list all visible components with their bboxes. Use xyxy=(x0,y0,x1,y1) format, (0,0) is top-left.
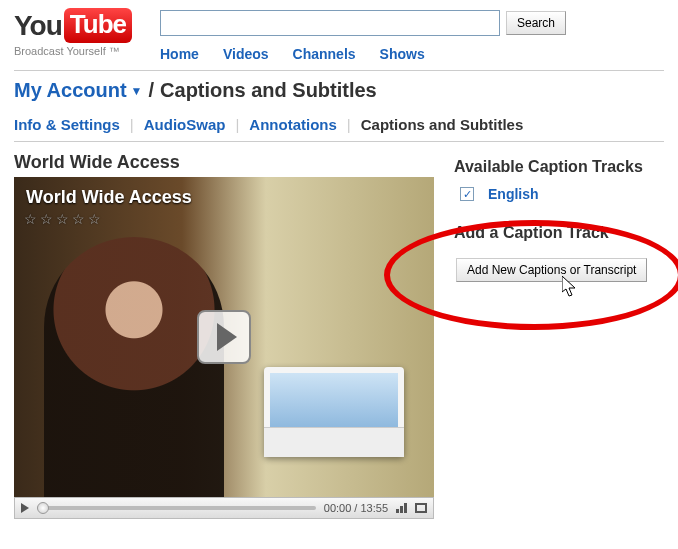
volume-icon[interactable] xyxy=(396,503,407,513)
logo-block: You Tube Broadcast Yourself ™ xyxy=(14,8,132,57)
available-tracks-heading: Available Caption Tracks xyxy=(454,158,664,176)
subnav: Info & Settings | AudioSwap | Annotation… xyxy=(14,116,664,133)
play-icon xyxy=(217,323,237,351)
time-display: 00:00 / 13:55 xyxy=(324,502,388,514)
search-and-nav: Search Home Videos Channels Shows xyxy=(160,8,664,62)
main: World Wide Access World Wide Access ☆ ☆ … xyxy=(14,152,664,519)
tab-captions: Captions and Subtitles xyxy=(351,116,534,133)
star-icon[interactable]: ☆ xyxy=(56,211,72,227)
search-input[interactable] xyxy=(160,10,500,36)
star-icon[interactable]: ☆ xyxy=(88,211,104,227)
add-captions-button[interactable]: Add New Captions or Transcript xyxy=(456,258,647,282)
tab-annotations[interactable]: Annotations xyxy=(239,116,347,133)
left-column: World Wide Access World Wide Access ☆ ☆ … xyxy=(14,152,434,519)
page-title: Captions and Subtitles xyxy=(160,79,377,102)
add-track-heading: Add a Caption Track xyxy=(454,224,664,242)
seek-track[interactable] xyxy=(37,506,316,510)
my-account-label: My Account xyxy=(14,79,127,102)
search-row: Search xyxy=(160,10,664,36)
nav-channels[interactable]: Channels xyxy=(293,46,356,62)
rating-stars[interactable]: ☆ ☆ ☆ ☆ ☆ xyxy=(24,211,104,227)
track-checkbox[interactable]: ✓ xyxy=(460,187,474,201)
breadcrumb: My Account ▼ / Captions and Subtitles xyxy=(14,79,664,102)
fullscreen-icon[interactable] xyxy=(415,503,427,513)
search-button[interactable]: Search xyxy=(506,11,566,35)
caption-track-row: ✓ English xyxy=(454,186,664,202)
youtube-logo[interactable]: You Tube xyxy=(14,8,132,43)
current-time: 00:00 xyxy=(324,502,352,514)
divider xyxy=(14,70,664,71)
video-title: World Wide Access xyxy=(14,152,434,173)
play-button[interactable] xyxy=(197,310,251,364)
track-language-link[interactable]: English xyxy=(488,186,539,202)
nav-home[interactable]: Home xyxy=(160,46,199,62)
primary-nav: Home Videos Channels Shows xyxy=(160,46,664,62)
laptop-graphic xyxy=(264,367,404,457)
star-icon[interactable]: ☆ xyxy=(24,211,40,227)
tab-info-settings[interactable]: Info & Settings xyxy=(14,116,130,133)
chevron-down-icon: ▼ xyxy=(131,84,143,98)
overlay-title: World Wide Access xyxy=(26,187,192,208)
logo-tube: Tube xyxy=(64,8,132,43)
logo-tagline: Broadcast Yourself ™ xyxy=(14,45,132,57)
star-icon[interactable]: ☆ xyxy=(40,211,56,227)
video-player[interactable]: World Wide Access ☆ ☆ ☆ ☆ ☆ xyxy=(14,177,434,497)
player-controls: 00:00 / 13:55 xyxy=(14,497,434,519)
divider xyxy=(14,141,664,142)
right-column: Available Caption Tracks ✓ English Add a… xyxy=(454,152,664,282)
control-play-icon[interactable] xyxy=(21,503,29,513)
seek-thumb[interactable] xyxy=(37,502,49,514)
breadcrumb-separator: / xyxy=(149,79,155,102)
tab-audioswap[interactable]: AudioSwap xyxy=(134,116,236,133)
duration: 13:55 xyxy=(360,502,388,514)
logo-you: You xyxy=(14,10,62,42)
person-silhouette xyxy=(44,237,224,497)
nav-shows[interactable]: Shows xyxy=(380,46,425,62)
my-account-link[interactable]: My Account ▼ xyxy=(14,79,143,102)
nav-videos[interactable]: Videos xyxy=(223,46,269,62)
top-bar: You Tube Broadcast Yourself ™ Search Hom… xyxy=(14,8,664,62)
star-icon[interactable]: ☆ xyxy=(72,211,88,227)
